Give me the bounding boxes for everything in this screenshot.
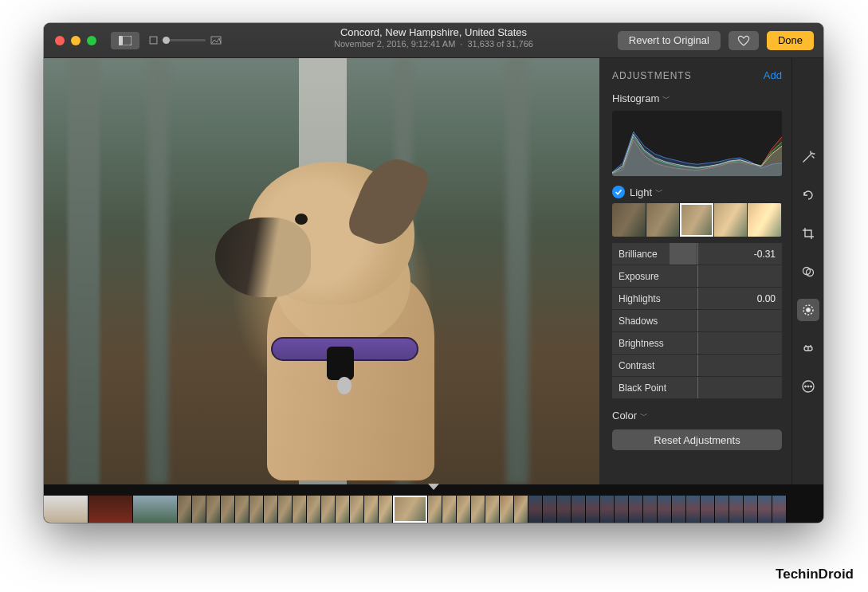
thumbnail[interactable] [586,496,600,523]
thumbnail[interactable] [485,496,500,523]
thumbnail[interactable] [206,496,221,523]
slider-label: Highlights [612,293,687,304]
svg-point-12 [810,386,811,387]
thumbnail[interactable] [672,496,686,523]
histogram-toggle[interactable]: Histogram ﹀ [612,92,782,104]
chevron-down-icon: ﹀ [662,93,670,104]
thumbnail[interactable] [364,496,379,523]
zoom-slider[interactable] [149,36,222,45]
slider-label: Contrast [612,360,687,371]
thumbnail[interactable] [758,496,772,523]
done-button[interactable]: Done [767,31,814,50]
slider-contrast[interactable]: Contrast [612,355,782,376]
thumbnail[interactable] [192,496,206,523]
thumbnail[interactable] [615,496,629,523]
thumbnail[interactable] [442,496,457,523]
thumbnail[interactable] [571,496,586,523]
thumbnail-selected[interactable] [393,496,428,523]
minimize-icon[interactable] [71,36,81,45]
thumbnail[interactable] [772,496,787,523]
content: ADJUSTMENTS Add Histogram ﹀ Light [44,58,823,484]
window-controls [44,36,96,45]
thumbnail[interactable] [686,496,701,523]
svg-rect-2 [150,37,157,44]
svg-point-10 [804,386,806,387]
color-section-toggle[interactable]: Color ﹀ [612,410,782,421]
slider-shadows[interactable]: Shadows [612,310,782,331]
light-enabled-toggle[interactable] [612,186,625,198]
thumbnail[interactable] [658,496,672,523]
adjust-icon[interactable] [797,299,819,321]
thumbnail[interactable] [715,496,729,523]
slider-label: Shadows [612,316,687,327]
retouch-icon[interactable] [797,337,819,359]
thumbnail[interactable] [643,496,658,523]
svg-point-11 [807,386,809,387]
thumbnail[interactable] [543,496,557,523]
add-adjustment-button[interactable]: Add [764,69,782,81]
light-section-toggle[interactable]: Light ﹀ [630,186,663,198]
revert-button[interactable]: Revert to Original [618,31,721,50]
thumbnail[interactable] [264,496,278,523]
thumbnail[interactable] [729,496,744,523]
thumbnail[interactable] [44,496,88,523]
sidebar-toggle-button[interactable] [111,32,139,49]
zoom-icon[interactable] [87,36,96,45]
rotate-icon[interactable] [797,184,819,206]
thumbnail[interactable] [178,496,192,523]
thumbnail[interactable] [307,496,321,523]
light-preview-strip[interactable] [612,203,782,237]
thumbnail[interactable] [528,496,543,523]
slider-exposure[interactable]: Exposure [612,265,782,287]
slider-label: Exposure [612,271,687,282]
slider-label: Brilliance [612,249,687,260]
more-icon[interactable] [797,375,819,398]
thumbnail[interactable] [629,496,643,523]
thumbnail[interactable] [88,496,133,523]
svg-rect-1 [119,36,123,45]
favorite-button[interactable] [729,31,759,50]
histogram [612,111,782,176]
slider-highlights[interactable]: Highlights0.00 [612,288,782,309]
filmstrip-caret-icon [428,484,439,490]
filmstrip[interactable] [44,484,823,523]
title-center: Concord, New Hampshire, United States No… [334,26,533,50]
close-icon[interactable] [55,36,65,45]
thumbnail[interactable] [235,496,249,523]
titlebar: Concord, New Hampshire, United States No… [44,23,823,58]
crop-icon[interactable] [797,222,819,245]
slider-value: -0.31 [754,249,782,260]
thumbnail[interactable] [278,496,293,523]
thumbnail[interactable] [457,496,471,523]
slider-brilliance[interactable]: Brilliance-0.31 [612,243,782,265]
thumbnail[interactable] [350,496,364,523]
thumbnail[interactable] [600,496,615,523]
thumbnail[interactable] [514,496,528,523]
thumbnail[interactable] [221,496,235,523]
thumbnail[interactable] [471,496,485,523]
slider-brightness[interactable]: Brightness [612,332,782,354]
reset-adjustments-button[interactable]: Reset Adjustments [612,429,782,450]
filters-icon[interactable] [797,261,819,283]
thumbnail[interactable] [336,496,350,523]
tool-rail [791,58,823,484]
slider-black-point[interactable]: Black Point [612,377,782,398]
thumbnail[interactable] [557,496,571,523]
adjustments-title: ADJUSTMENTS [612,70,692,81]
thumbnail[interactable] [701,496,715,523]
thumbnail[interactable] [428,496,442,523]
photo-canvas[interactable] [44,58,599,484]
thumbnail[interactable] [293,496,307,523]
magic-wand-icon[interactable] [797,146,819,168]
thumbnail[interactable] [744,496,758,523]
photo-meta: November 2, 2016, 9:12:41 AM31,633 of 31… [334,39,533,50]
thumbnail[interactable] [249,496,264,523]
adjustments-panel: ADJUSTMENTS Add Histogram ﹀ Light [599,58,823,484]
slider-label: Black Point [612,382,687,394]
thumbnail[interactable] [321,496,336,523]
photo-datetime: November 2, 2016, 9:12:41 AM [334,39,455,49]
thumbnail[interactable] [133,496,178,523]
thumbnail[interactable] [379,496,393,523]
thumbnail[interactable] [500,496,514,523]
svg-point-7 [806,308,810,312]
